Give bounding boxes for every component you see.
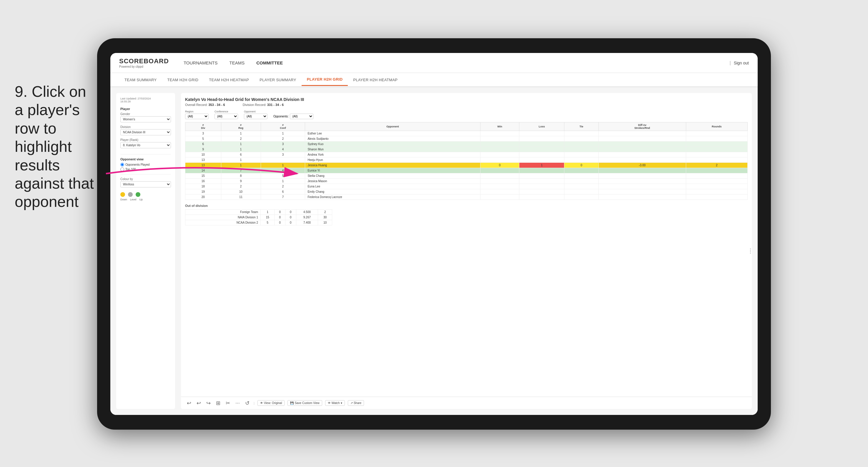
share-button[interactable]: ↗ Share	[348, 400, 364, 406]
table-cell	[564, 136, 598, 142]
tab-team-h2h-heatmap[interactable]: TEAM H2H HEATMAP	[204, 74, 254, 86]
nav-item-committee[interactable]: COMMITTEE	[256, 59, 283, 67]
ood-table-cell: 15	[260, 215, 275, 220]
table-cell: 6	[185, 142, 221, 147]
sidebar-gender-label: Gender	[120, 113, 171, 116]
step-back-button[interactable]: ↩	[195, 399, 202, 407]
tab-team-h2h-grid[interactable]: TEAM H2H GRID	[162, 74, 204, 86]
table-cell	[480, 136, 519, 142]
table-cell	[519, 136, 564, 142]
sidebar-division-select[interactable]: NCAA Division III	[120, 129, 171, 135]
table-row[interactable]: 914Sharon Mun	[185, 147, 748, 152]
watch-button[interactable]: 👁 Watch ▾	[325, 400, 345, 406]
conference-filter-group: Conference (All)	[215, 110, 238, 119]
table-row[interactable]: 1474Eunice Yi	[185, 168, 748, 173]
col-conf: #Conf	[261, 122, 305, 131]
table-cell: Andrea York	[305, 152, 480, 157]
table-cell	[686, 184, 747, 189]
table-cell	[598, 152, 686, 157]
redo-button[interactable]: ↪	[205, 399, 212, 407]
conference-filter-select[interactable]: (All)	[215, 114, 238, 119]
sidebar-player-rank-label: Player (Rank)	[120, 138, 171, 142]
table-cell	[519, 194, 564, 200]
table-cell: 16	[185, 179, 221, 184]
table-row[interactable]: 311Esther Lee	[185, 131, 748, 136]
division-record: Division Record: 331 - 34 - 6	[243, 103, 284, 106]
table-row[interactable]: 522Alexis Sudjianto	[185, 136, 748, 142]
table-cell: 2	[686, 163, 747, 168]
table-row[interactable]: 613Sydney Kuo	[185, 142, 748, 147]
grid-button[interactable]: ⊞	[215, 399, 222, 407]
ood-table-cell: 5	[260, 220, 275, 225]
table-row[interactable]: 131Heeju Hyun	[185, 157, 748, 163]
tab-player-h2h-grid[interactable]: PLAYER H2H GRID	[302, 73, 348, 86]
table-cell: 1	[261, 163, 305, 168]
table-cell	[686, 179, 747, 184]
ood-table-row[interactable]: NAIA Division 115009.26730	[185, 215, 332, 220]
table-cell: Stella Chang	[305, 173, 480, 179]
table-cell	[598, 189, 686, 194]
table-cell: 9	[221, 179, 261, 184]
table-cell	[480, 147, 519, 152]
table-cell: Jessica Huang	[305, 163, 480, 168]
view-original-button[interactable]: 👁 View: Original	[257, 400, 285, 406]
table-row[interactable]: 1691Jessica Mason	[185, 179, 748, 184]
table-cell: 5	[185, 136, 221, 142]
more-button[interactable]: ···	[234, 399, 241, 407]
table-row[interactable]: 1822Euna Lee	[185, 184, 748, 189]
table-cell: 1	[519, 163, 564, 168]
colour-by-select[interactable]: Win/loss	[120, 181, 171, 187]
tab-team-summary[interactable]: TEAM SUMMARY	[119, 74, 162, 86]
opponent-filter-select[interactable]: (All)	[244, 114, 268, 119]
table-header-row: #Div #Reg #Conf Opponent Win Loss Tie Di…	[185, 122, 748, 131]
table-row[interactable]: 1311Jessica Huang010-3.002	[185, 163, 748, 168]
table-row[interactable]: 1063Andrea York	[185, 152, 748, 157]
table-row[interactable]: 1585Stella Chang	[185, 173, 748, 179]
tab-player-h2h-heatmap[interactable]: PLAYER H2H HEATMAP	[348, 74, 403, 86]
watch-chevron: ▾	[341, 401, 342, 405]
table-row[interactable]: 19106Emily Chang	[185, 189, 748, 194]
nav-item-teams[interactable]: TEAMS	[229, 59, 245, 67]
ood-table-row[interactable]: Foreign Team1004.5002	[185, 210, 332, 215]
refresh-button[interactable]: ↺	[244, 399, 251, 407]
opponent-view-title: Opponent view	[120, 157, 171, 161]
sign-out-button[interactable]: Sign out	[734, 61, 749, 65]
table-cell	[519, 142, 564, 147]
logo-sub: Powered by clippd	[119, 65, 169, 68]
ood-table-row[interactable]: NCAA Division 25007.40010	[185, 220, 332, 225]
view-icon: 👁	[260, 401, 263, 405]
table-cell: 10	[185, 152, 221, 157]
ood-table-cell: 30	[318, 215, 332, 220]
table-cell: 2	[221, 136, 261, 142]
table-cell: 3	[261, 142, 305, 147]
sidebar-player-rank-select[interactable]: 8. Katelyn Vo	[120, 142, 171, 148]
table-cell: 2	[261, 184, 305, 189]
nav-item-tournaments[interactable]: TOURNAMENTS	[184, 59, 218, 67]
table-cell: Federica Domecq Lacroze	[305, 194, 480, 200]
region-filter-select[interactable]: (All)	[185, 114, 209, 119]
sidebar-gender-select[interactable]: Women's	[120, 116, 171, 122]
table-cell: Esther Lee	[305, 131, 480, 136]
table-cell	[564, 131, 598, 136]
table-cell	[519, 173, 564, 179]
table-cell	[564, 189, 598, 194]
table-cell	[686, 152, 747, 157]
table-cell: 20	[185, 194, 221, 200]
colour-labels: Down Level Up	[120, 198, 171, 201]
tab-player-summary[interactable]: PLAYER SUMMARY	[254, 74, 301, 86]
bottom-toolbar: ↩ ↩ ↪ ⊞ ✂ ··· ↺ | 👁 View: Original 💾 Sav…	[181, 397, 752, 409]
table-cell	[598, 131, 686, 136]
save-custom-button[interactable]: 💾 Save Custom View	[287, 400, 322, 406]
panel-records: Overall Record: 353 - 34 - 6 Division Re…	[185, 103, 748, 106]
table-cell	[686, 194, 747, 200]
opponents-inline-select[interactable]: (All)	[290, 114, 313, 119]
table-cell: -3.00	[598, 163, 686, 168]
radio-opponents-played[interactable]: Opponents Played	[120, 163, 171, 166]
radio-top-100[interactable]: Top 100	[120, 167, 171, 171]
save-icon: 💾	[290, 401, 293, 405]
undo-button[interactable]: ↩	[186, 399, 192, 407]
cut-button[interactable]: ✂	[224, 399, 231, 407]
col-rounds: Rounds	[686, 122, 747, 131]
table-row[interactable]: 20117Federica Domecq Lacroze	[185, 194, 748, 200]
conference-filter-label: Conference	[215, 110, 238, 113]
